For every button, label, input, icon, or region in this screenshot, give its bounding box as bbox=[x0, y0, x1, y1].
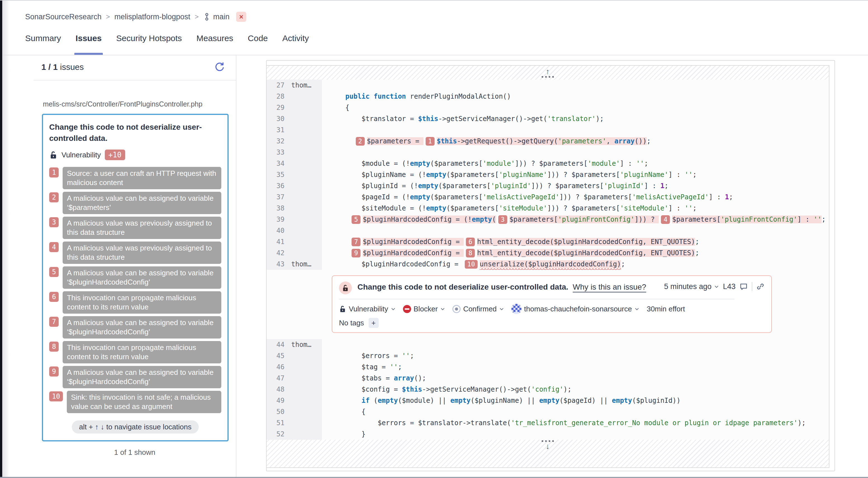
code-line[interactable]: 51 $errors = $translator->translate('tr_… bbox=[267, 417, 829, 428]
code-line[interactable]: 32 2$parameters = 1$this->getRequest()->… bbox=[267, 136, 829, 147]
code-line[interactable]: 49 if (empty($module) || empty($pluginNa… bbox=[267, 395, 829, 406]
code-line[interactable]: 50 { bbox=[267, 406, 829, 417]
code-line[interactable]: 44thom… bbox=[267, 339, 829, 350]
code-line[interactable]: 39 5$pluginHardcodedConfig = (!empty(3$p… bbox=[267, 214, 829, 225]
flow-step[interactable]: 10Sink: this invocation is not safe; a m… bbox=[49, 391, 221, 413]
code-line[interactable]: 35 $pluginName = (!empty($parameters['pl… bbox=[267, 169, 829, 180]
code-line[interactable]: 28 public function renderPluginModalActi… bbox=[267, 91, 829, 102]
code-line[interactable]: 41 7$pluginHardcodedConfig = 6html_entit… bbox=[267, 236, 829, 247]
code-line[interactable]: 36 $pluginId = (!empty($parameters['plug… bbox=[267, 180, 829, 191]
code-line[interactable]: 47 $tabs = array(); bbox=[267, 372, 829, 384]
line-number[interactable]: 32 bbox=[267, 136, 284, 147]
code-line[interactable]: 42 9$pluginHardcodedConfig = 8html_entit… bbox=[267, 247, 829, 259]
location-marker-badge[interactable]: 8 bbox=[466, 249, 475, 258]
issue-severity-dropdown[interactable]: Blocker bbox=[403, 305, 445, 313]
reload-icon[interactable] bbox=[214, 61, 225, 73]
breadcrumb-project[interactable]: melisplatform-blogpost bbox=[114, 12, 190, 21]
code-line[interactable]: 52 } bbox=[267, 428, 829, 440]
line-number[interactable]: 38 bbox=[267, 203, 284, 214]
line-number[interactable]: 27 bbox=[267, 80, 284, 91]
flow-step[interactable]: 4A malicious value was previously assign… bbox=[49, 241, 221, 264]
code-line[interactable]: 46 $tag = ''; bbox=[267, 361, 829, 372]
code-line[interactable]: 37 $pageId = (!empty($parameters['melisA… bbox=[267, 191, 829, 203]
line-number[interactable]: 40 bbox=[267, 225, 284, 236]
flow-step[interactable]: 8This invocation can propagate malicious… bbox=[49, 341, 221, 363]
line-number[interactable]: 44 bbox=[267, 339, 284, 350]
issue-age-dropdown[interactable]: 5 minutes ago bbox=[664, 282, 719, 291]
line-number[interactable]: 37 bbox=[267, 191, 284, 203]
breadcrumb-org[interactable]: SonarSourceResearch bbox=[25, 12, 101, 21]
tab-code[interactable]: Code bbox=[248, 34, 268, 55]
line-number[interactable]: 45 bbox=[267, 350, 284, 361]
issue-type-dropdown[interactable]: Vulnerability bbox=[339, 305, 396, 313]
tab-activity[interactable]: Activity bbox=[282, 34, 309, 55]
tab-security-hotspots[interactable]: Security Hotspots bbox=[116, 34, 182, 55]
flow-step[interactable]: 1Source: a user can craft an HTTP reques… bbox=[49, 167, 221, 189]
issue-line-ref[interactable]: L43 bbox=[723, 282, 736, 291]
code-line[interactable]: 27thom… bbox=[267, 80, 829, 91]
location-marker-badge[interactable]: 1 bbox=[426, 137, 435, 146]
comment-icon[interactable] bbox=[739, 282, 748, 291]
flow-step[interactable]: 3A malicious value was previously assign… bbox=[49, 217, 221, 239]
line-number[interactable]: 39 bbox=[267, 214, 284, 225]
code-line[interactable]: 31 bbox=[267, 124, 829, 136]
code-text: { bbox=[322, 102, 829, 113]
line-number[interactable]: 46 bbox=[267, 361, 284, 372]
expand-lines-above-button[interactable]: ↑ bbox=[541, 68, 554, 78]
line-number[interactable]: 28 bbox=[267, 91, 284, 102]
flow-step[interactable]: 6This invocation can propagate malicious… bbox=[49, 291, 221, 313]
line-number[interactable]: 51 bbox=[267, 417, 284, 428]
line-number[interactable]: 52 bbox=[267, 428, 284, 440]
flow-step[interactable]: 2A malicious value can be assigned to va… bbox=[49, 192, 221, 214]
issues-count: 1 / 1 issues bbox=[41, 62, 84, 72]
code-line[interactable]: 29 { bbox=[267, 102, 829, 113]
code-line[interactable]: 43thom… $pluginHardcodedConfig = 10unser… bbox=[267, 259, 829, 270]
tab-issues[interactable]: Issues bbox=[75, 34, 101, 55]
expand-lines-below-button[interactable]: ↓ bbox=[541, 440, 554, 450]
line-number[interactable]: 47 bbox=[267, 372, 284, 384]
location-marker-badge[interactable]: 2 bbox=[356, 137, 365, 146]
code-line[interactable]: 48 $config = $this->getServiceManager()-… bbox=[267, 384, 829, 395]
line-number[interactable]: 31 bbox=[267, 124, 284, 136]
line-number[interactable]: 30 bbox=[267, 113, 284, 124]
line-number[interactable]: 36 bbox=[267, 180, 284, 191]
issue-assignee-dropdown[interactable]: thomas-chauchefoin-sonarsource bbox=[512, 304, 640, 314]
line-number[interactable]: 42 bbox=[267, 247, 284, 259]
line-number[interactable]: 34 bbox=[267, 158, 284, 169]
code-line[interactable]: 38 $siteModule = (!empty($parameters['si… bbox=[267, 203, 829, 214]
selected-issue-card[interactable]: Change this code to not deserialize user… bbox=[42, 114, 228, 441]
line-number[interactable]: 35 bbox=[267, 169, 284, 180]
location-marker-badge[interactable]: 9 bbox=[351, 249, 361, 258]
permalink-icon[interactable] bbox=[756, 282, 765, 291]
location-marker-badge[interactable]: 4 bbox=[661, 215, 670, 224]
code-line[interactable]: 33 bbox=[267, 147, 829, 158]
close-icon[interactable]: × bbox=[236, 12, 246, 22]
branch-icon bbox=[203, 12, 211, 21]
line-number[interactable]: 33 bbox=[267, 147, 284, 158]
tab-measures[interactable]: Measures bbox=[196, 34, 234, 55]
branch-selector[interactable]: main bbox=[203, 12, 230, 21]
line-number[interactable]: 48 bbox=[267, 384, 284, 395]
add-tag-button[interactable]: + bbox=[369, 318, 379, 328]
code-line[interactable]: 45 $errors = ''; bbox=[267, 350, 829, 361]
location-marker-badge[interactable]: 6 bbox=[466, 238, 475, 246]
locations-count-badge[interactable]: +10 bbox=[105, 150, 125, 160]
code-line[interactable]: 30 $translator = $this->getServiceManage… bbox=[267, 113, 829, 124]
location-marker-badge[interactable]: 10 bbox=[465, 260, 477, 269]
location-marker-badge[interactable]: 7 bbox=[351, 238, 361, 246]
flow-step[interactable]: 5A malicious value can be assigned to va… bbox=[49, 266, 221, 289]
code-line[interactable]: 40 bbox=[267, 225, 829, 236]
line-number[interactable]: 29 bbox=[267, 102, 284, 113]
tab-summary[interactable]: Summary bbox=[25, 34, 61, 55]
flow-step[interactable]: 9A malicious value can be assigned to va… bbox=[49, 366, 221, 388]
flow-step[interactable]: 7A malicious value can be assigned to va… bbox=[49, 316, 221, 338]
code-line[interactable]: 34 $module = (!empty($parameters['module… bbox=[267, 158, 829, 169]
line-number[interactable]: 41 bbox=[267, 236, 284, 247]
why-is-this-an-issue-link[interactable]: Why is this an issue? bbox=[572, 282, 646, 291]
issue-status-dropdown[interactable]: Confirmed bbox=[453, 305, 504, 313]
line-number[interactable]: 43 bbox=[267, 259, 284, 270]
location-marker-badge[interactable]: 3 bbox=[498, 215, 507, 224]
line-number[interactable]: 50 bbox=[267, 406, 284, 417]
location-marker-badge[interactable]: 5 bbox=[351, 215, 361, 224]
line-number[interactable]: 49 bbox=[267, 395, 284, 406]
